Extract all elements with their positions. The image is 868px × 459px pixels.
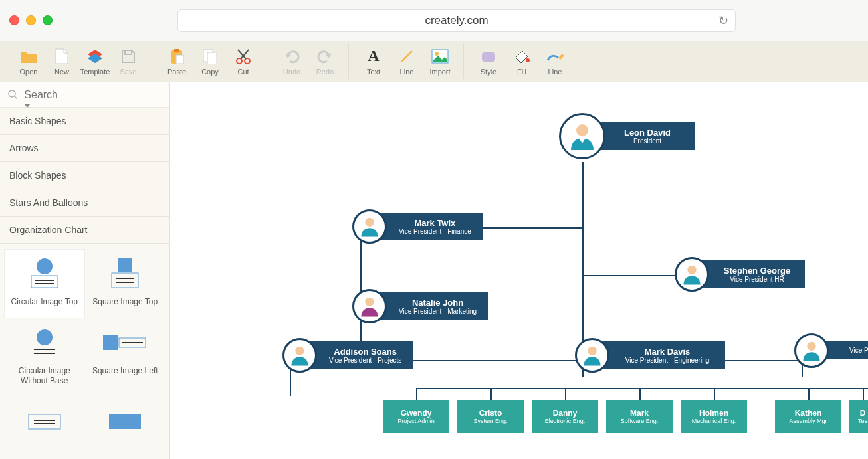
- org-node-vp-finance[interactable]: Mark TwixVice President - Finance: [370, 213, 483, 240]
- org-leaf[interactable]: KathenAssembly Mgr: [775, 400, 841, 433]
- cut-button[interactable]: Cut: [227, 44, 260, 79]
- shape-square-image-left[interactable]: Square Image Left: [85, 318, 166, 397]
- redo-icon: [316, 48, 334, 65]
- panel-stars-balloons[interactable]: Stars And Balloons: [0, 189, 169, 217]
- org-node-vp-projects[interactable]: Addison SoansVice President - Projects: [300, 341, 413, 369]
- fill-icon: [513, 48, 530, 65]
- connector: [290, 369, 291, 396]
- svg-line-8: [401, 51, 412, 62]
- search-icon: [8, 90, 17, 100]
- template-button[interactable]: Template: [78, 44, 112, 79]
- avatar-icon: [559, 113, 605, 159]
- copy-icon: [201, 48, 219, 65]
- workspace: Basic Shapes Arrows Block Shapes Stars A…: [0, 82, 868, 459]
- save-button[interactable]: Save: [112, 44, 145, 79]
- redo-button[interactable]: Redo: [308, 44, 342, 79]
- style-icon: [480, 48, 497, 65]
- reload-icon[interactable]: ↻: [718, 13, 728, 28]
- connector: [714, 388, 715, 401]
- avatar-icon: [794, 333, 829, 368]
- shape-circular-image-top[interactable]: Circular Image Top: [4, 249, 85, 318]
- org-leaf[interactable]: DTes: [849, 400, 868, 433]
- svg-point-40: [365, 298, 374, 306]
- connector: [582, 275, 685, 276]
- svg-rect-19: [118, 258, 132, 272]
- panel-basic-shapes[interactable]: Basic Shapes: [0, 108, 169, 135]
- org-leaf[interactable]: DannyElectronic Eng.: [532, 400, 598, 433]
- image-icon: [431, 48, 449, 65]
- svg-point-13: [9, 90, 15, 97]
- new-button[interactable]: New: [45, 44, 78, 79]
- address-bar[interactable]: creately.com ↻: [177, 9, 736, 32]
- svg-rect-32: [109, 414, 141, 429]
- connector: [565, 388, 566, 401]
- avatar-icon: [352, 289, 387, 323]
- svg-rect-0: [125, 50, 132, 54]
- svg-point-44: [588, 347, 596, 355]
- shapes-sidebar: Basic Shapes Arrows Block Shapes Stars A…: [0, 82, 170, 459]
- org-node-vp-marketing[interactable]: Natalie JohnVice President - Marketing: [370, 292, 488, 320]
- new-file-icon: [53, 48, 70, 65]
- avatar-icon: [675, 257, 709, 292]
- search-input[interactable]: [24, 89, 162, 101]
- connector: [416, 388, 802, 389]
- maximize-window-button[interactable]: [43, 15, 53, 25]
- svg-point-12: [526, 58, 530, 62]
- import-button[interactable]: Import: [423, 44, 457, 79]
- text-button[interactable]: A Text: [357, 44, 390, 79]
- org-leaf[interactable]: GwendyProject Admin: [383, 400, 449, 433]
- svg-rect-2: [174, 49, 179, 52]
- org-leaf[interactable]: MarkSoftware Eng.: [606, 400, 673, 433]
- org-node-president[interactable]: Leon DavidPresident: [582, 122, 695, 150]
- svg-rect-11: [482, 52, 495, 62]
- svg-rect-26: [103, 335, 118, 350]
- svg-line-14: [15, 96, 17, 100]
- connector: [490, 388, 492, 401]
- window-controls: [9, 15, 53, 25]
- save-icon: [120, 48, 137, 65]
- org-chart-shapes: Circular Image Top Square Image Top Circ…: [0, 244, 169, 456]
- canvas[interactable]: Leon DavidPresident Mark TwixVice Presid…: [170, 82, 868, 459]
- avatar-icon: [282, 338, 317, 373]
- shape-search: [0, 82, 169, 108]
- line-style-button[interactable]: Line: [538, 44, 572, 79]
- panel-organization-chart[interactable]: Organization Chart: [0, 217, 169, 244]
- style-button[interactable]: Style: [472, 44, 505, 79]
- svg-rect-16: [31, 276, 58, 288]
- connector: [639, 388, 641, 401]
- org-leaf[interactable]: CristoSystem Eng.: [457, 400, 524, 433]
- cut-icon: [235, 48, 252, 65]
- shape-square-image-top[interactable]: Square Image Top: [85, 249, 166, 318]
- fill-button[interactable]: Fill: [505, 44, 538, 79]
- org-node-vp-hr[interactable]: Stephen GeorgeVice President HR: [692, 260, 805, 288]
- copy-button[interactable]: Copy: [193, 44, 227, 79]
- minimize-window-button[interactable]: [26, 15, 36, 25]
- close-window-button[interactable]: [9, 15, 19, 25]
- shape-extra-1[interactable]: [4, 397, 85, 450]
- connector: [808, 388, 810, 401]
- avatar-icon: [575, 338, 609, 373]
- text-icon: A: [365, 48, 382, 65]
- open-button[interactable]: Open: [12, 44, 45, 79]
- panel-arrows[interactable]: Arrows: [0, 135, 169, 162]
- shape-circular-no-base[interactable]: Circular Image Without Base: [4, 318, 85, 397]
- org-node-vp-partial[interactable]: Vice Pr: [812, 341, 868, 359]
- org-node-vp-engineering[interactable]: Mark DavisVice President - Engineering: [592, 341, 725, 369]
- org-leaf[interactable]: HolmenMechanical Eng.: [681, 400, 747, 433]
- svg-point-34: [576, 124, 588, 136]
- svg-rect-5: [207, 52, 217, 64]
- svg-point-46: [807, 341, 815, 350]
- undo-button[interactable]: Undo: [275, 44, 308, 79]
- toolbar: Open New Template Save Paste Copy Cut: [0, 41, 868, 82]
- shape-extra-2[interactable]: [85, 397, 166, 450]
- line-button[interactable]: Line: [390, 44, 423, 79]
- svg-rect-3: [176, 55, 183, 64]
- paste-button[interactable]: Paste: [160, 44, 193, 79]
- line-icon: [398, 48, 415, 65]
- titlebar: creately.com ↻: [0, 0, 868, 41]
- panel-block-shapes[interactable]: Block Shapes: [0, 162, 169, 189]
- svg-point-15: [37, 258, 53, 274]
- svg-point-36: [365, 218, 374, 227]
- svg-rect-20: [112, 273, 138, 288]
- folder-icon: [20, 48, 37, 65]
